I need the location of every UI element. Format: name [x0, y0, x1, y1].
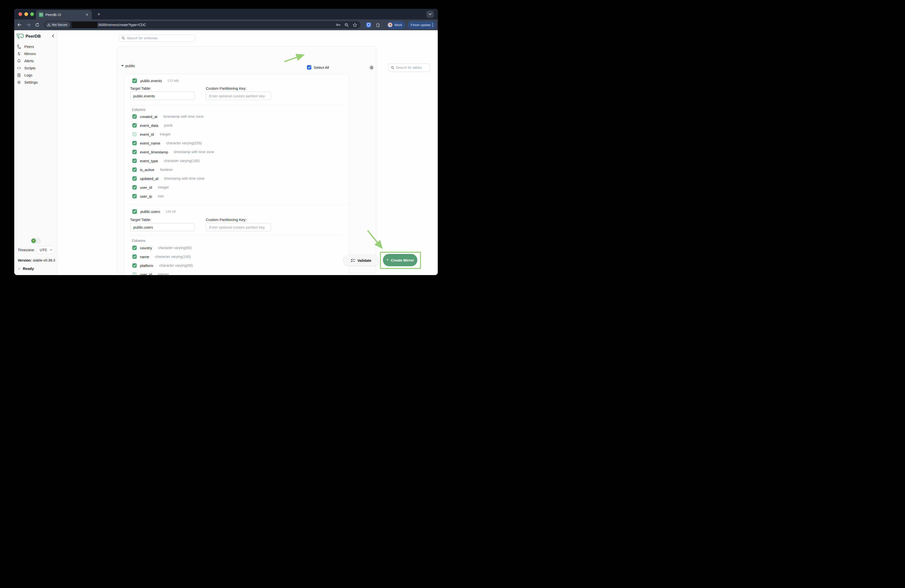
validate-button[interactable]: Validate — [343, 255, 379, 266]
target-table-label: Target Table: — [130, 86, 151, 90]
column-type: integer — [158, 185, 169, 189]
warning-icon — [47, 23, 51, 26]
column-checkbox[interactable] — [132, 263, 137, 268]
table-checkbox[interactable] — [132, 78, 137, 83]
browser-tab[interactable]: Peerdb UI ✕ — [36, 10, 92, 19]
back-icon — [17, 23, 22, 27]
check-icon — [133, 247, 136, 249]
column-checkbox[interactable] — [132, 123, 137, 128]
column-name: event_name — [140, 141, 160, 145]
back-button[interactable] — [16, 22, 23, 28]
target-table-input[interactable] — [130, 223, 195, 231]
column-row: name character varying(100) — [132, 252, 344, 261]
bitwarden-extension-icon[interactable] — [365, 22, 372, 28]
timezone-select[interactable]: UTC — [37, 246, 55, 254]
gear-icon — [17, 80, 21, 84]
column-checkbox[interactable] — [132, 176, 137, 181]
column-name: user_id — [140, 185, 152, 190]
sidebar-item-mirrors[interactable]: Mirrors — [14, 50, 57, 57]
create-mirror-label: Create Mirror — [391, 258, 414, 262]
column-type: timestamp with time zone — [164, 176, 205, 181]
column-row: is_active boolean — [132, 165, 344, 174]
zoom-out-icon[interactable] — [345, 23, 349, 27]
column-row: event_id integer — [132, 130, 344, 139]
tab-close-icon[interactable]: ✕ — [85, 13, 89, 17]
tab-search-button[interactable] — [426, 11, 434, 18]
check-icon — [133, 273, 136, 275]
sidebar-item-label: Settings — [24, 80, 38, 84]
table-settings-button[interactable] — [369, 65, 374, 70]
column-checkbox[interactable] — [132, 158, 137, 163]
window-minimize-button[interactable] — [24, 12, 28, 16]
column-checkbox — [132, 272, 137, 275]
column-checkbox[interactable] — [132, 150, 137, 154]
schema-name: public — [125, 64, 135, 68]
theme-toggle[interactable]: ☀ — [31, 238, 41, 244]
create-mirror-button[interactable]: + Create Mirror — [383, 254, 418, 266]
column-checkbox[interactable] — [132, 185, 137, 190]
sidebar-item-peers[interactable]: Peers — [14, 43, 57, 50]
sidebar-item-settings[interactable]: Settings — [14, 79, 57, 86]
column-checkbox[interactable] — [132, 246, 137, 250]
forward-button[interactable] — [25, 22, 32, 28]
finish-update-button[interactable]: Finish update — [408, 21, 436, 29]
schema-search[interactable] — [119, 35, 195, 41]
extensions-puzzle-icon[interactable] — [375, 22, 381, 28]
column-type: boolean — [160, 168, 173, 171]
check-icon: ✓ — [18, 267, 21, 271]
tab-strip: Peerdb UI ✕ + — [14, 9, 438, 19]
not-secure-badge[interactable]: Not Secure — [45, 22, 70, 28]
sidebar-item-logs[interactable]: Logs — [14, 71, 57, 79]
sidebar-item-alerts[interactable]: Alerts — [14, 57, 57, 64]
target-table-input[interactable] — [130, 92, 195, 100]
partition-key-input[interactable] — [206, 92, 271, 100]
window-close-button[interactable] — [19, 12, 22, 16]
check-icon — [133, 195, 136, 197]
check-icon — [133, 151, 136, 153]
table-search-input[interactable] — [396, 66, 427, 70]
window-zoom-button[interactable] — [30, 12, 34, 16]
profile-button[interactable]: Work — [387, 21, 405, 29]
validate-label: Validate — [357, 258, 372, 263]
sidebar-item-scripts[interactable]: Scripts — [14, 64, 57, 71]
column-name: name — [140, 255, 149, 259]
brand-name: PeerDB — [25, 34, 41, 39]
reload-button[interactable] — [34, 22, 40, 28]
column-checkbox[interactable] — [132, 254, 137, 259]
reload-icon — [35, 23, 39, 27]
bookmark-star-icon[interactable] — [352, 23, 357, 27]
column-checkbox[interactable] — [132, 167, 137, 172]
partition-key-label: Custom Partitioning Key: — [206, 86, 246, 90]
logs-document-icon — [17, 73, 21, 78]
column-type: character varying(50) — [158, 246, 192, 250]
address-bar[interactable]: Not Secure :3000/mirrors/create?type=CDC — [44, 21, 360, 29]
column-row: event_timestamp timestamp with time zone — [132, 147, 344, 156]
select-all-checkbox[interactable] — [307, 65, 311, 70]
chevron-down-icon — [50, 249, 52, 251]
column-checkbox[interactable] — [132, 141, 137, 145]
new-tab-button[interactable]: + — [95, 11, 102, 18]
column-row: event_data jsonb — [132, 121, 344, 130]
check-icon — [133, 124, 136, 127]
table-checkbox[interactable] — [132, 209, 137, 214]
tables-card: public.events 172 MB Target Table: Custo… — [124, 74, 349, 275]
select-all-control[interactable]: Select All — [307, 65, 329, 70]
timezone-value: UTC — [40, 248, 50, 252]
url-text: :3000/mirrors/create?type=CDC — [97, 23, 146, 27]
profile-avatar — [388, 22, 392, 28]
table-size: 128 kB — [165, 210, 176, 213]
peerdb-logo-icon — [16, 33, 24, 40]
check-icon — [133, 79, 136, 82]
main-panel: public Select All — [57, 30, 438, 275]
column-checkbox[interactable] — [132, 194, 137, 198]
bell-icon — [17, 59, 21, 63]
partition-key-input[interactable] — [206, 223, 271, 231]
column-name: event_timestamp — [140, 150, 168, 154]
schema-search-input[interactable] — [127, 36, 192, 40]
column-checkbox[interactable] — [132, 114, 137, 119]
password-key-icon[interactable] — [336, 23, 341, 27]
columns-label: Columns — [132, 239, 145, 242]
schema-header[interactable]: public — [121, 64, 135, 68]
sidebar-collapse-button[interactable] — [52, 34, 54, 39]
table-search[interactable] — [388, 63, 430, 72]
